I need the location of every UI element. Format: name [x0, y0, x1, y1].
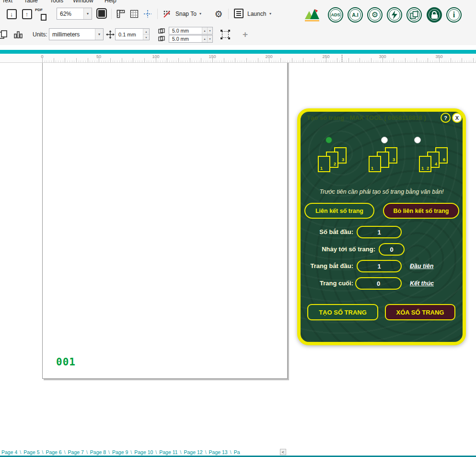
layers-icon — [0, 30, 8, 39]
spin-down-icon[interactable]: ▼ — [143, 34, 149, 40]
last-page-link[interactable]: Kết thúc — [410, 277, 434, 290]
tab-separator: \ — [20, 449, 21, 455]
jump-to-number-label: Nhảy tới số trang: — [301, 243, 375, 256]
page-tab[interactable]: Page 13 — [209, 449, 228, 455]
page-number-glyph: 1 — [421, 166, 424, 171]
header-area: Text Table Tools Window Help ↓ ↑ PDF 62%… — [0, 0, 476, 45]
view-guidelines-button[interactable] — [141, 7, 154, 21]
page-tab[interactable]: Page 11 — [159, 449, 178, 455]
settings-ring-button[interactable]: ⚙ — [367, 7, 383, 23]
import-icon: ↓ — [7, 9, 17, 19]
publish-to-pdf-button[interactable]: PDF — [35, 8, 48, 21]
library-button[interactable] — [406, 7, 422, 23]
page-number-glyph: 3 — [393, 157, 395, 162]
info-icon: i — [453, 11, 455, 19]
fullscreen-preview-button[interactable] — [96, 8, 107, 19]
page-tab[interactable]: Page 12 — [184, 449, 203, 455]
ai-icon: A.I — [352, 12, 358, 18]
duplicate-y-icon — [158, 36, 166, 43]
page-layout-button[interactable] — [0, 28, 10, 41]
start-page-input[interactable]: 1 — [357, 260, 402, 272]
spin-down-icon[interactable]: ▼ — [207, 27, 212, 34]
page-tab[interactable]: Page 9 — [112, 449, 128, 455]
page-tab[interactable]: Pa — [233, 449, 241, 455]
duplicate-distance-x-spinner[interactable]: 5.0 mm ▲ ▼ — [169, 27, 213, 35]
ruler-tick: 50 — [96, 54, 101, 59]
ruler-icon — [116, 9, 126, 19]
ruler-tick: 350 — [435, 54, 442, 59]
page-number-glyph: 2 — [427, 166, 429, 171]
end-page-label: Trang cuối: — [301, 277, 353, 290]
snap-icon — [162, 9, 172, 19]
ruler-cursor-marker — [342, 55, 342, 62]
tab-separator: \ — [155, 449, 157, 455]
page-tab[interactable]: Page 7 — [68, 449, 84, 455]
info-button[interactable]: i — [446, 7, 462, 23]
unlink-page-numbers-button[interactable]: Bỏ liên kết số trang — [383, 203, 459, 219]
start-page-label: Trang bắt đầu: — [301, 260, 353, 272]
page-tab[interactable]: Page 8 — [90, 449, 106, 455]
tab-separator: \ — [108, 449, 110, 455]
spin-up-icon[interactable]: ▲ — [143, 29, 149, 34]
view-rulers-button[interactable] — [114, 7, 128, 21]
gear-icon: ⚙ — [214, 10, 222, 19]
tabs-scroll-left-button[interactable]: < — [280, 449, 286, 455]
chevron-down-icon[interactable]: ▾ — [83, 8, 92, 19]
tab-separator: \ — [64, 449, 66, 455]
page-tab[interactable]: Page 10 — [134, 449, 153, 455]
import-button[interactable]: ↓ — [5, 7, 18, 21]
create-page-numbers-button[interactable]: TẠO SỐ TRANG — [307, 304, 378, 320]
start-number-input[interactable]: 1 — [357, 226, 402, 238]
view-grid-button[interactable] — [128, 7, 141, 21]
ads-button[interactable]: ADS — [328, 7, 343, 23]
treat-as-filled-button[interactable] — [219, 28, 232, 41]
spin-down-icon[interactable]: ▼ — [207, 35, 212, 42]
pdf-page-icon — [41, 14, 46, 21]
option-3-pages-icon: 1 2 — [419, 156, 431, 172]
bounding-box-icon — [220, 29, 231, 40]
duplicate-distance-x-value: 5.0 mm — [169, 27, 202, 34]
page-number-glyph: 1 — [371, 166, 373, 171]
numbering-option-1-radio[interactable] — [325, 137, 332, 143]
units-combobox[interactable]: millimeters ▾ — [49, 28, 104, 40]
export-button[interactable]: ↑ — [20, 7, 34, 21]
page-tab[interactable]: Page 6 — [45, 449, 62, 455]
document-page[interactable]: 001 — [42, 63, 288, 379]
guidelines-icon — [143, 9, 152, 19]
chevron-down-icon[interactable]: ▾ — [199, 12, 201, 16]
duplicate-distance-y-value: 5.0 mm — [169, 35, 202, 42]
delete-page-numbers-button[interactable]: XÓA SỐ TRANG — [385, 304, 455, 320]
page-sorter-button[interactable] — [12, 28, 25, 41]
close-button[interactable]: X — [452, 113, 462, 123]
page-tab[interactable]: Page 4 — [1, 449, 18, 455]
chevron-down-icon[interactable]: ▾ — [269, 12, 271, 16]
spin-up-icon[interactable]: ▲ — [202, 35, 207, 42]
chevron-down-icon[interactable]: ▾ — [95, 29, 103, 40]
numbering-option-2-radio[interactable] — [381, 137, 388, 143]
nudge-distance-spinner[interactable]: 0.1 mm ▲ ▼ — [115, 28, 150, 40]
page-number-glyph: 4 — [435, 162, 437, 166]
end-page-input[interactable]: 0 — [355, 277, 402, 290]
numbering-option-3-radio[interactable] — [414, 137, 421, 143]
first-page-link[interactable]: Đầu tiên — [410, 260, 433, 272]
launch-dropdown[interactable]: Launch — [247, 11, 266, 17]
page-number-glyph: 6 — [443, 157, 445, 162]
help-button[interactable]: ? — [441, 113, 451, 123]
duplicate-distance-y-spinner[interactable]: 5.0 mm ▲ ▼ — [169, 35, 213, 43]
snap-toggle-button[interactable] — [160, 7, 174, 21]
bars-icon — [13, 30, 23, 39]
ai-button[interactable]: A.I — [348, 7, 363, 23]
snap-to-dropdown[interactable]: Snap To — [175, 11, 197, 17]
add-icon[interactable]: + — [243, 29, 248, 40]
horizontal-ruler: 0 50 100 150 200 250 300 350 — [0, 54, 476, 63]
license-button[interactable] — [427, 7, 442, 23]
options-button[interactable]: ⚙ — [212, 7, 225, 21]
page-tab[interactable]: Page 5 — [23, 449, 40, 455]
quick-actions-button[interactable] — [387, 7, 402, 23]
lightning-icon — [391, 11, 398, 19]
property-bar: Units: millimeters ▾ 0.1 mm ▲ ▼ — [0, 24, 476, 45]
jump-to-number-input[interactable]: 0 — [379, 243, 405, 256]
link-page-numbers-button[interactable]: Liên kết số trang — [304, 203, 374, 219]
zoom-level-combobox[interactable]: 62% ▾ — [57, 8, 92, 20]
spin-up-icon[interactable]: ▲ — [202, 27, 207, 34]
